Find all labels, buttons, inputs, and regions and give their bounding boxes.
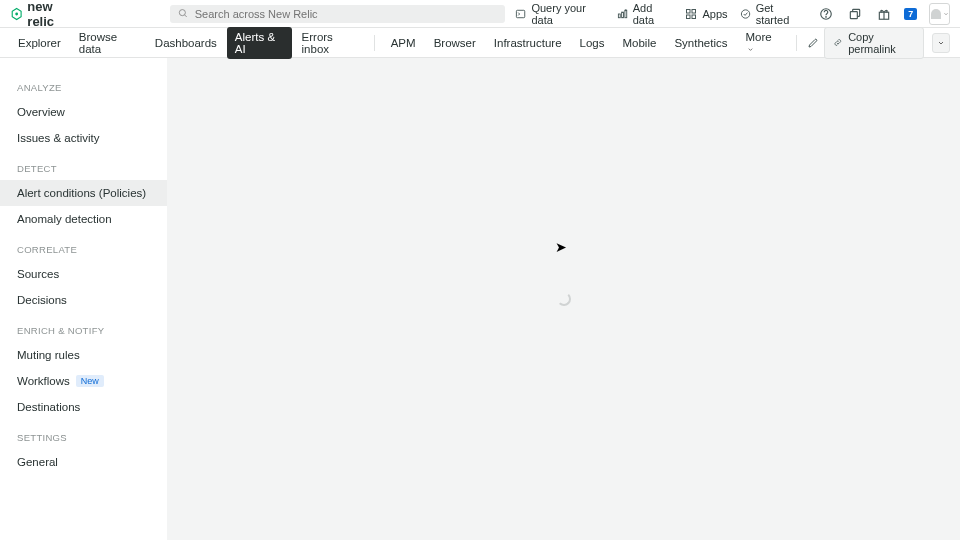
- nav-more-label: More: [745, 31, 771, 43]
- new-badge: New: [76, 375, 104, 387]
- user-menu[interactable]: [929, 3, 950, 25]
- svg-point-0: [15, 12, 18, 15]
- nav-dashboards[interactable]: Dashboards: [147, 33, 225, 53]
- global-search[interactable]: [170, 5, 505, 23]
- topbar-right: Query your data Add data Apps Get starte…: [515, 2, 950, 26]
- sidebar-item-destinations[interactable]: Destinations: [0, 394, 167, 420]
- sidebar-item-alert-conditions[interactable]: Alert conditions (Policies): [0, 180, 167, 206]
- sidebar: ANALYZE Overview Issues & activity DETEC…: [0, 58, 167, 540]
- svg-rect-6: [624, 10, 626, 17]
- nav-browse-data[interactable]: Browse data: [71, 27, 145, 59]
- svg-rect-3: [517, 10, 525, 17]
- add-data-label: Add data: [633, 2, 674, 26]
- nav-alerts-ai[interactable]: Alerts & AI: [227, 27, 292, 59]
- copy-permalink-label: Copy permalink: [848, 31, 915, 55]
- sidebar-item-sources[interactable]: Sources: [0, 261, 167, 287]
- logo-mark-icon: [10, 7, 23, 21]
- sidebar-item-issues[interactable]: Issues & activity: [0, 125, 167, 151]
- svg-rect-10: [692, 9, 696, 13]
- svg-rect-16: [851, 11, 858, 18]
- nav-browser[interactable]: Browser: [426, 33, 484, 53]
- svg-point-1: [180, 10, 186, 16]
- svg-rect-12: [692, 15, 696, 19]
- svg-point-13: [741, 9, 749, 17]
- share-button[interactable]: [847, 5, 864, 23]
- gift-icon: [877, 7, 891, 21]
- terminal-icon: [515, 8, 526, 20]
- copy-permalink-button[interactable]: Copy permalink: [824, 27, 925, 59]
- logo[interactable]: new relic: [10, 0, 80, 29]
- notification-badge[interactable]: 7: [904, 8, 917, 20]
- nav-more[interactable]: More: [737, 27, 788, 59]
- navbar: Explorer Browse data Dashboards Alerts &…: [0, 28, 960, 58]
- sidebar-header-settings: SETTINGS: [0, 428, 167, 449]
- apps-label: Apps: [702, 8, 727, 20]
- query-data-link[interactable]: Query your data: [515, 2, 604, 26]
- nav-separator: [374, 35, 375, 51]
- svg-rect-5: [621, 12, 623, 18]
- nav-separator: [796, 35, 797, 51]
- nav-apm[interactable]: APM: [383, 33, 424, 53]
- sidebar-section-correlate: CORRELATE Sources Decisions: [0, 240, 167, 313]
- body: ANALYZE Overview Issues & activity DETEC…: [0, 58, 960, 540]
- chevron-down-icon: [943, 11, 949, 17]
- nav-logs[interactable]: Logs: [572, 33, 613, 53]
- nav-synthetics[interactable]: Synthetics: [666, 33, 735, 53]
- svg-line-2: [185, 15, 187, 17]
- nav-infrastructure[interactable]: Infrastructure: [486, 33, 570, 53]
- svg-rect-11: [687, 15, 691, 19]
- brand-text: new relic: [27, 0, 80, 29]
- grid-icon: [685, 8, 697, 20]
- avatar-icon: [931, 9, 941, 19]
- cursor-icon: ➤: [555, 239, 567, 255]
- sidebar-section-analyze: ANALYZE Overview Issues & activity: [0, 78, 167, 151]
- get-started-link[interactable]: Get started: [740, 2, 807, 26]
- check-circle-icon: [740, 8, 751, 20]
- sidebar-section-settings: SETTINGS General: [0, 428, 167, 475]
- sidebar-item-overview[interactable]: Overview: [0, 99, 167, 125]
- sidebar-item-decisions[interactable]: Decisions: [0, 287, 167, 313]
- topbar: new relic Query your data Add data Apps …: [0, 0, 960, 28]
- edit-nav-button[interactable]: [805, 34, 821, 52]
- chevron-down-icon: [937, 39, 945, 47]
- svg-point-15: [826, 16, 827, 17]
- sidebar-header-detect: DETECT: [0, 159, 167, 180]
- add-data-link[interactable]: Add data: [617, 2, 674, 26]
- sidebar-header-analyze: ANALYZE: [0, 78, 167, 99]
- help-icon: [819, 7, 833, 21]
- sidebar-item-muting[interactable]: Muting rules: [0, 342, 167, 368]
- link-icon: [833, 37, 843, 48]
- sidebar-item-workflows[interactable]: Workflows New: [0, 368, 167, 394]
- apps-link[interactable]: Apps: [685, 8, 727, 20]
- svg-rect-9: [687, 9, 691, 13]
- query-data-label: Query your data: [531, 2, 604, 26]
- sidebar-header-correlate: CORRELATE: [0, 240, 167, 261]
- sidebar-item-anomaly[interactable]: Anomaly detection: [0, 206, 167, 232]
- sidebar-item-general[interactable]: General: [0, 449, 167, 475]
- chevron-down-icon: [747, 46, 754, 53]
- share-icon: [848, 7, 862, 21]
- sidebar-item-workflows-label: Workflows: [17, 375, 70, 387]
- sidebar-section-enrich: ENRICH & NOTIFY Muting rules Workflows N…: [0, 321, 167, 420]
- search-input[interactable]: [195, 8, 498, 20]
- gift-button[interactable]: [876, 5, 893, 23]
- svg-rect-4: [618, 14, 620, 18]
- nav-explorer[interactable]: Explorer: [10, 33, 69, 53]
- pencil-icon: [807, 37, 819, 49]
- help-button[interactable]: [818, 5, 835, 23]
- sidebar-section-detect: DETECT Alert conditions (Policies) Anoma…: [0, 159, 167, 232]
- loading-spinner-icon: [557, 292, 571, 306]
- search-wrap: [170, 5, 505, 23]
- get-started-label: Get started: [756, 2, 806, 26]
- nav-mobile[interactable]: Mobile: [615, 33, 665, 53]
- add-data-icon: [617, 8, 628, 20]
- main-content: ➤: [167, 58, 960, 540]
- permalink-dropdown[interactable]: [932, 33, 950, 53]
- nav-right: Copy permalink: [824, 27, 950, 59]
- search-icon: [178, 8, 188, 19]
- sidebar-header-enrich: ENRICH & NOTIFY: [0, 321, 167, 342]
- nav-errors-inbox[interactable]: Errors inbox: [294, 27, 366, 59]
